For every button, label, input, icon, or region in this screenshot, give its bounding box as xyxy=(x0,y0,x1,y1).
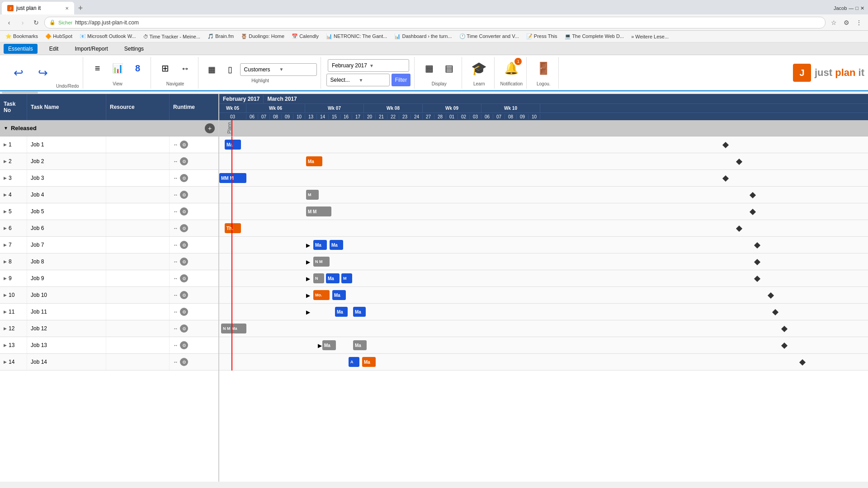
redo-button[interactable]: ↪ xyxy=(32,59,54,86)
display-btn2[interactable]: ▤ xyxy=(440,57,458,80)
menu-edit[interactable]: Edit xyxy=(45,44,63,54)
diamond-job1[interactable] xyxy=(722,142,729,148)
view-gantt-button[interactable]: 📊 xyxy=(108,57,127,80)
diamond-job13[interactable] xyxy=(781,343,788,349)
navigate-fit-button[interactable]: ⊞ xyxy=(156,57,175,80)
learn-button[interactable]: 🎓 xyxy=(467,57,491,80)
settings-icon-8[interactable]: ⚙ xyxy=(180,258,188,266)
menu-essentials[interactable]: Essentials xyxy=(4,44,38,54)
bookmark-pressthis[interactable]: 📝 Press This xyxy=(524,33,559,40)
diamond-job4[interactable] xyxy=(750,192,756,198)
bar-job9-2[interactable]: Ma xyxy=(326,273,340,283)
bar-job10-2[interactable]: Ma xyxy=(332,290,346,300)
runtime-arrows-13[interactable]: ↔ xyxy=(173,343,178,348)
scrollbar-track[interactable] xyxy=(2,92,38,94)
filter-button[interactable]: Filter xyxy=(392,74,411,86)
filter-select[interactable]: Select... ▼ xyxy=(326,74,390,86)
diamond-job8[interactable] xyxy=(754,259,760,265)
logout-button[interactable]: 🚪 xyxy=(532,57,555,80)
bar-job7-2[interactable]: Ma xyxy=(330,240,343,250)
bookmark-timeconverter[interactable]: 🕐 Time Converter and V... xyxy=(458,33,521,40)
expand-icon-8[interactable]: ▶ xyxy=(4,259,7,264)
settings-icon-14[interactable]: ⚙ xyxy=(180,358,188,366)
bar-job10-1[interactable]: Mo. xyxy=(313,290,330,300)
expand-icon-10[interactable]: ▶ xyxy=(4,293,7,297)
runtime-arrows-1[interactable]: ↔ xyxy=(173,142,178,147)
expand-icon-6[interactable]: ▶ xyxy=(4,226,7,230)
bar-job14-1[interactable]: A xyxy=(349,357,359,367)
settings-icon-7[interactable]: ⚙ xyxy=(180,241,188,249)
bookmark-star-button[interactable]: ☆ xyxy=(828,17,839,28)
bookmark-outlook[interactable]: 📧 Microsoft Outlook W... xyxy=(78,33,138,40)
diamond-job11[interactable] xyxy=(772,309,778,315)
highlight-btn1[interactable]: ▦ xyxy=(204,63,220,76)
job-name-select[interactable]: February 2017 ▼ xyxy=(328,59,409,72)
expand-icon-1[interactable]: ▶ xyxy=(4,142,7,147)
settings-icon-2[interactable]: ⚙ xyxy=(180,157,188,165)
section-add-button[interactable]: + xyxy=(205,123,215,133)
bar-job2-1[interactable]: Ma xyxy=(306,156,322,166)
expand-icon-12[interactable]: ▶ xyxy=(4,326,7,331)
expand-icon-5[interactable]: ▶ xyxy=(4,209,7,214)
bar-job13-1[interactable]: Ma xyxy=(322,340,336,350)
bar-job6-1[interactable]: Th. xyxy=(225,223,241,233)
new-tab-button[interactable]: + xyxy=(74,2,87,14)
runtime-arrows-11[interactable]: ↔ xyxy=(173,309,178,314)
extensions-button[interactable]: ⚙ xyxy=(841,17,852,28)
undo-button[interactable]: ↩ xyxy=(7,59,30,86)
bar-job14-2[interactable]: Ma xyxy=(362,357,376,367)
diamond-job3[interactable] xyxy=(722,175,729,182)
bookmark-brainfm[interactable]: 🎵 Brain.fm xyxy=(206,33,236,40)
runtime-arrows-6[interactable]: ↔ xyxy=(173,225,178,231)
runtime-arrows-2[interactable]: ↔ xyxy=(173,159,178,164)
customers-select[interactable]: Customers ▼ xyxy=(240,63,317,76)
menu-settings[interactable]: Settings xyxy=(120,44,148,54)
runtime-arrows-12[interactable]: ↔ xyxy=(173,326,178,331)
forward-button[interactable]: › xyxy=(17,17,28,28)
settings-icon-1[interactable]: ⚙ xyxy=(180,141,188,149)
settings-icon-11[interactable]: ⚙ xyxy=(180,308,188,316)
diamond-job9[interactable] xyxy=(754,276,760,282)
navigate-zoom-button[interactable]: ↔ xyxy=(176,57,194,80)
address-bar[interactable]: 🔒 Sicher https://app.just-plan-it.com xyxy=(44,17,826,28)
menu-button[interactable]: ⋮ xyxy=(854,17,864,28)
view-list-button[interactable]: ≡ xyxy=(89,57,107,80)
bar-job3-1[interactable]: MM M xyxy=(219,173,246,183)
expand-icon-11[interactable]: ▶ xyxy=(4,310,7,314)
bar-job9-1[interactable]: N xyxy=(313,273,324,283)
bookmark-duolingo[interactable]: 🦉 Duolingo: Home xyxy=(239,33,286,40)
settings-icon-12[interactable]: ⚙ xyxy=(180,324,188,333)
bar-job8-1[interactable]: N M xyxy=(313,257,330,267)
runtime-arrows-9[interactable]: ↔ xyxy=(173,276,178,281)
diamond-job14[interactable] xyxy=(799,359,806,366)
minimize-button[interactable]: — xyxy=(849,5,854,11)
back-button[interactable]: ‹ xyxy=(4,17,14,28)
bar-job4-1[interactable]: M xyxy=(306,190,319,200)
bar-job1-1[interactable]: Ma xyxy=(225,140,241,150)
settings-icon-9[interactable]: ⚙ xyxy=(180,274,188,282)
runtime-arrows-4[interactable]: ↔ xyxy=(173,192,178,197)
settings-icon-5[interactable]: ⚙ xyxy=(180,207,188,216)
settings-icon-10[interactable]: ⚙ xyxy=(180,291,188,299)
diamond-job2[interactable] xyxy=(736,159,742,165)
diamond-job7[interactable] xyxy=(754,242,760,249)
diamond-job12[interactable] xyxy=(781,326,788,332)
bar-job7-1[interactable]: Ma xyxy=(313,240,327,250)
bookmark-calendly[interactable]: 📅 Calendly xyxy=(290,33,321,40)
expand-icon-13[interactable]: ▶ xyxy=(4,343,7,347)
runtime-arrows-5[interactable]: ↔ xyxy=(173,209,178,214)
display-btn1[interactable]: ▦ xyxy=(420,57,438,80)
bookmark-netronic[interactable]: 📊 NETRONIC: The Gant... xyxy=(324,33,389,40)
bookmark-hubspot[interactable]: 🔶 HubSpot xyxy=(43,33,74,40)
runtime-arrows-14[interactable]: ↔ xyxy=(173,359,178,365)
bar-job11-1[interactable]: Ma xyxy=(335,307,348,317)
diamond-job10[interactable] xyxy=(768,292,774,299)
bookmark-timetracker[interactable]: ⏱ Time Tracker - Meine... xyxy=(142,33,203,40)
highlight-btn2[interactable]: ▯ xyxy=(222,63,238,76)
section-expand-icon[interactable]: ▼ xyxy=(4,126,8,131)
expand-icon-2[interactable]: ▶ xyxy=(4,159,7,164)
settings-icon-4[interactable]: ⚙ xyxy=(180,191,188,199)
settings-icon-6[interactable]: ⚙ xyxy=(180,224,188,232)
maximize-button[interactable]: □ xyxy=(855,5,859,11)
bar-job9-3[interactable]: M xyxy=(341,273,352,283)
